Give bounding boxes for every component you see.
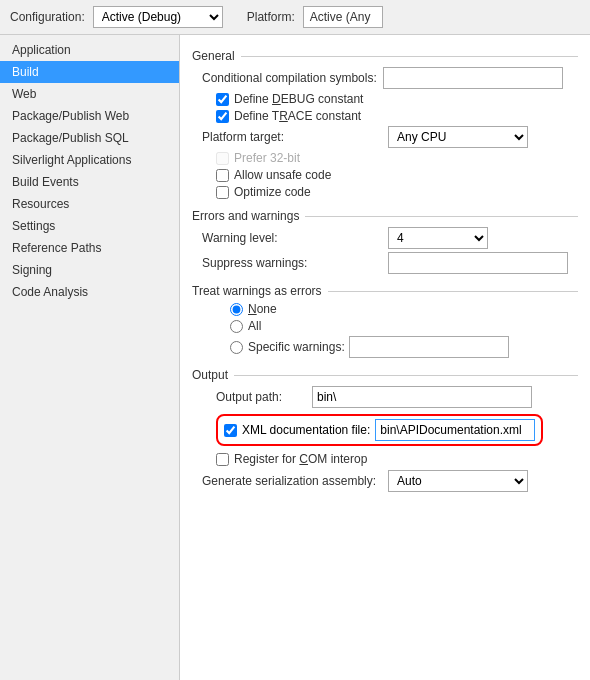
sidebar-item-code-analysis[interactable]: Code Analysis <box>0 281 179 303</box>
sidebar-item-package-publish-web[interactable]: Package/Publish Web <box>0 105 179 127</box>
configuration-label: Configuration: <box>10 10 85 24</box>
define-trace-label: Define TRACE constant <box>234 109 361 123</box>
platform-label: Platform: <box>247 10 295 24</box>
conditional-compilation-row: Conditional compilation symbols: <box>192 67 578 89</box>
prefer-32bit-checkbox[interactable] <box>216 152 229 165</box>
define-trace-row: Define TRACE constant <box>192 109 578 123</box>
optimize-code-checkbox[interactable] <box>216 186 229 199</box>
warning-level-row: Warning level: 4 <box>192 227 578 249</box>
suppress-warnings-input[interactable] <box>388 252 568 274</box>
prefer-32bit-label: Prefer 32-bit <box>234 151 300 165</box>
define-debug-checkbox[interactable] <box>216 93 229 106</box>
warning-level-select[interactable]: 4 <box>388 227 488 249</box>
conditional-compilation-label: Conditional compilation symbols: <box>202 71 377 85</box>
xml-doc-checkbox[interactable] <box>224 424 237 437</box>
optimize-code-label: Optimize code <box>234 185 311 199</box>
output-section-header: Output <box>192 368 578 382</box>
xml-doc-input[interactable] <box>375 419 535 441</box>
sidebar-item-package-publish-sql[interactable]: Package/Publish SQL <box>0 127 179 149</box>
specific-warnings-radio[interactable] <box>230 341 243 354</box>
output-path-row: Output path: <box>192 386 578 408</box>
platform-target-select[interactable]: Any CPU <box>388 126 528 148</box>
xml-doc-row: XML documentation file: <box>216 414 543 446</box>
generate-serialization-label: Generate serialization assembly: <box>202 474 382 488</box>
xml-doc-label: XML documentation file: <box>242 423 370 437</box>
treat-warnings-section-header: Treat warnings as errors <box>192 284 578 298</box>
sidebar-item-signing[interactable]: Signing <box>0 259 179 281</box>
platform-target-row: Platform target: Any CPU <box>192 126 578 148</box>
output-path-input[interactable] <box>312 386 532 408</box>
sidebar-item-reference-paths[interactable]: Reference Paths <box>0 237 179 259</box>
specific-warnings-radio-row: Specific warnings: <box>192 336 578 358</box>
none-radio-row: None <box>192 302 578 316</box>
define-debug-label: Define DEBUG constant <box>234 92 363 106</box>
allow-unsafe-checkbox[interactable] <box>216 169 229 182</box>
platform-target-label: Platform target: <box>202 130 382 144</box>
define-trace-checkbox[interactable] <box>216 110 229 123</box>
generate-serialization-select[interactable]: Auto <box>388 470 528 492</box>
register-com-label: Register for COM interop <box>234 452 367 466</box>
sidebar-item-resources[interactable]: Resources <box>0 193 179 215</box>
all-label: All <box>248 319 261 333</box>
xml-doc-container: XML documentation file: <box>192 414 578 446</box>
none-radio[interactable] <box>230 303 243 316</box>
platform-value: Active (Any <box>303 6 383 28</box>
specific-warnings-label: Specific warnings: <box>248 340 345 354</box>
none-label: None <box>248 302 277 316</box>
general-section-header: General <box>192 49 578 63</box>
errors-warnings-section-header: Errors and warnings <box>192 209 578 223</box>
optimize-code-row: Optimize code <box>192 185 578 199</box>
top-bar: Configuration: Active (Debug) Platform: … <box>0 0 590 35</box>
suppress-warnings-row: Suppress warnings: <box>192 252 578 274</box>
register-com-checkbox[interactable] <box>216 453 229 466</box>
allow-unsafe-label: Allow unsafe code <box>234 168 331 182</box>
sidebar-item-settings[interactable]: Settings <box>0 215 179 237</box>
conditional-compilation-input[interactable] <box>383 67 563 89</box>
all-radio-row: All <box>192 319 578 333</box>
sidebar-item-build-events[interactable]: Build Events <box>0 171 179 193</box>
sidebar-item-web[interactable]: Web <box>0 83 179 105</box>
sidebar-item-application[interactable]: Application <box>0 39 179 61</box>
specific-warnings-input[interactable] <box>349 336 509 358</box>
all-radio[interactable] <box>230 320 243 333</box>
suppress-warnings-label: Suppress warnings: <box>202 256 382 270</box>
sidebar-item-build[interactable]: Build <box>0 61 179 83</box>
main-layout: Application Build Web Package/Publish We… <box>0 35 590 680</box>
warning-level-label: Warning level: <box>202 231 382 245</box>
prefer-32bit-row: Prefer 32-bit <box>192 151 578 165</box>
configuration-select[interactable]: Active (Debug) <box>93 6 223 28</box>
sidebar: Application Build Web Package/Publish We… <box>0 35 180 680</box>
allow-unsafe-row: Allow unsafe code <box>192 168 578 182</box>
sidebar-item-silverlight-applications[interactable]: Silverlight Applications <box>0 149 179 171</box>
define-debug-row: Define DEBUG constant <box>192 92 578 106</box>
generate-serialization-row: Generate serialization assembly: Auto <box>192 470 578 492</box>
register-com-row: Register for COM interop <box>192 452 578 466</box>
content-panel: General Conditional compilation symbols:… <box>180 35 590 680</box>
output-path-label: Output path: <box>216 390 306 404</box>
